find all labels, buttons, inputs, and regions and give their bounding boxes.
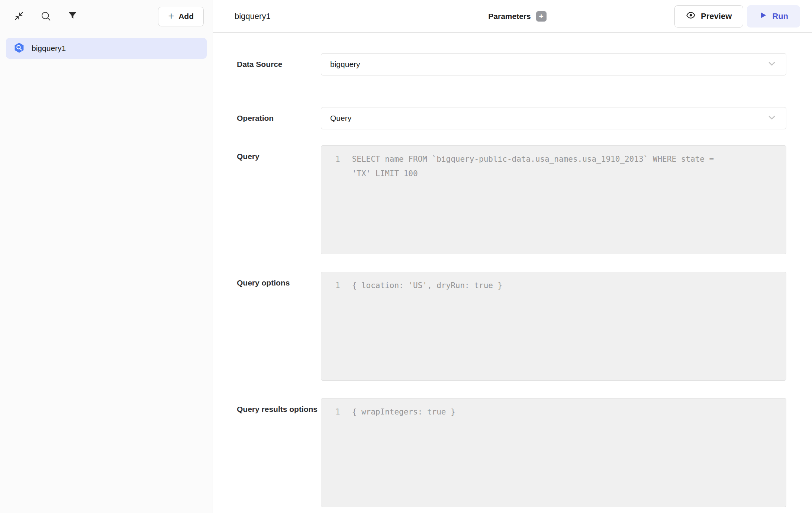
query-results-options-code-editor[interactable]: 1 { wrapIntegers: true } [321, 398, 786, 507]
add-query-button[interactable]: + Add [158, 7, 204, 26]
query-results-options-placeholder-text: { wrapIntegers: true } [352, 405, 455, 419]
line-number: 1 [335, 152, 340, 181]
code-line: 1 { location: 'US', dryRun: true } [321, 272, 786, 293]
data-source-value: bigquery [330, 60, 360, 69]
plus-icon: + [539, 12, 544, 20]
preview-button-label: Preview [701, 12, 732, 21]
data-source-row: Data Source bigquery [237, 53, 786, 75]
query-row: Query 1 SELECT name FROM `bigquery-publi… [237, 145, 786, 254]
sidebar-item-bigquery1[interactable]: bigquery1 [6, 38, 207, 59]
search-button[interactable] [39, 9, 53, 23]
sidebar-toolbar: + Add [0, 0, 213, 33]
header-center: Parameters + [488, 11, 546, 22]
main-panel: bigquery1 Parameters + Preview [213, 0, 812, 513]
search-icon [40, 10, 51, 23]
header-left: bigquery1 [235, 12, 488, 21]
operation-value: Query [330, 114, 351, 123]
parameters-label: Parameters [488, 12, 531, 21]
page-title: bigquery1 [235, 12, 271, 21]
header-actions: Preview Run [547, 5, 800, 28]
query-options-placeholder-text: { location: 'US', dryRun: true } [352, 278, 503, 293]
query-editor-header: bigquery1 Parameters + Preview [213, 0, 812, 33]
app: + Add bigquery1 bigquery1 [0, 0, 812, 513]
collapse-arrows-icon [13, 10, 25, 23]
filter-icon [67, 10, 78, 23]
sidebar-item-label: bigquery1 [32, 44, 66, 53]
collapse-panel-button[interactable] [12, 9, 26, 23]
chevron-down-icon [767, 58, 777, 70]
filter-button[interactable] [65, 9, 80, 23]
plus-icon: + [168, 11, 174, 21]
sidebar: + Add bigquery1 [0, 0, 213, 513]
preview-button[interactable]: Preview [674, 5, 743, 28]
operation-select[interactable]: Query [321, 107, 786, 129]
query-options-code-editor[interactable]: 1 { location: 'US', dryRun: true } [321, 272, 786, 381]
chevron-down-icon [767, 112, 777, 124]
line-number: 1 [335, 405, 340, 419]
query-results-options-label: Query results options [237, 398, 321, 417]
query-field: 1 SELECT name FROM `bigquery-public-data… [321, 145, 786, 254]
query-list: bigquery1 [0, 33, 213, 64]
query-code-editor[interactable]: 1 SELECT name FROM `bigquery-public-data… [321, 145, 786, 254]
code-line: 1 SELECT name FROM `bigquery-public-data… [321, 146, 786, 181]
data-source-select[interactable]: bigquery [321, 53, 786, 75]
line-number: 1 [335, 278, 340, 293]
eye-icon [686, 10, 696, 22]
code-line: 1 { wrapIntegers: true } [321, 399, 786, 419]
operation-field: Query [321, 107, 786, 129]
bigquery-icon [13, 42, 25, 55]
operation-label: Operation [237, 111, 321, 126]
add-button-label: Add [178, 12, 194, 21]
operation-row: Operation Query [237, 107, 786, 129]
query-options-row: Query options 1 { location: 'US', dryRun… [237, 272, 786, 381]
run-button[interactable]: Run [747, 5, 800, 28]
query-placeholder-text: SELECT name FROM `bigquery-public-data.u… [352, 152, 726, 181]
run-button-label: Run [772, 12, 788, 21]
data-source-label: Data Source [237, 57, 321, 72]
query-options-field: 1 { location: 'US', dryRun: true } [321, 272, 786, 381]
query-results-options-field: 1 { wrapIntegers: true } [321, 398, 786, 507]
query-options-label: Query options [237, 272, 321, 290]
data-source-field: bigquery [321, 53, 786, 75]
add-parameter-button[interactable]: + [536, 11, 547, 22]
query-form: Data Source bigquery Operation [213, 33, 812, 513]
play-icon [759, 11, 767, 22]
query-results-options-row: Query results options 1 { wrapIntegers: … [237, 398, 786, 507]
query-label: Query [237, 145, 321, 164]
